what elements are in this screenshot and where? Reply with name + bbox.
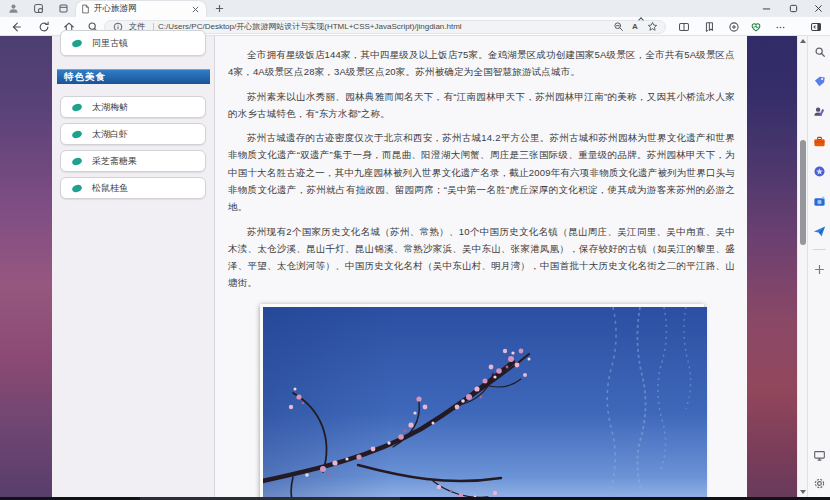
article-content: 全市拥有星级饭店144家，其中四星级及以上饭店75家。金鸡湖景区成功创建国家5A… bbox=[216, 36, 747, 497]
extensions-icon[interactable] bbox=[726, 20, 742, 34]
games-badge-icon[interactable] bbox=[812, 164, 827, 179]
edge-sidebar bbox=[807, 36, 830, 497]
article-paragraph: 苏州素来以山水秀丽、园林典雅而闻名天下，有“江南园林甲天下，苏州园林甲江南”的美… bbox=[228, 88, 735, 123]
sidebar-item-label: 采芝斋糖果 bbox=[92, 155, 137, 168]
scenery-photo bbox=[260, 304, 704, 497]
maximize-button[interactable] bbox=[781, 0, 805, 17]
sidebar-search-icon[interactable] bbox=[812, 44, 827, 59]
people-icon[interactable] bbox=[812, 104, 827, 119]
sidebar-divider bbox=[813, 249, 826, 250]
refresh-icon[interactable] bbox=[36, 20, 52, 34]
leaf-icon bbox=[71, 129, 83, 139]
sidebar-item-food-4[interactable]: 松鼠桂鱼 bbox=[60, 177, 206, 199]
web-page: 同里古镇 特色美食 太湖梅鲚 太湖白虾 采芝斋糖果 松鼠桂鱼 全市拥有星级饭店1 bbox=[0, 36, 830, 497]
close-window-button[interactable] bbox=[806, 0, 830, 17]
tab-close-icon[interactable] bbox=[190, 4, 201, 15]
leaf-icon bbox=[71, 183, 83, 193]
workspaces-icon[interactable] bbox=[31, 2, 45, 15]
image-camera-icon[interactable] bbox=[812, 194, 827, 209]
page-background-left bbox=[0, 36, 52, 497]
vertical-scrollbar[interactable] bbox=[797, 36, 807, 497]
sidebar-item-food-3[interactable]: 采芝斋糖果 bbox=[60, 150, 206, 172]
tab-strip: 开心旅游网 bbox=[0, 0, 830, 17]
new-tab-button[interactable] bbox=[212, 2, 226, 15]
collections-icon[interactable] bbox=[701, 20, 717, 34]
article-paragraph: 苏州古城遗存的古迹密度仅次于北京和西安，苏州古城14.2平方公里。苏州古城和苏州… bbox=[228, 129, 735, 215]
article-paragraph: 全市拥有星级饭店144家，其中四星级及以上饭店75家。金鸡湖景区成功创建国家5A… bbox=[228, 46, 735, 81]
minimize-button[interactable] bbox=[754, 0, 778, 17]
settings-gear-icon[interactable] bbox=[812, 476, 827, 491]
sidebar-toggle-icon[interactable] bbox=[808, 20, 824, 34]
scroll-up-arrow-icon[interactable] bbox=[800, 39, 806, 43]
browser-essentials-icon[interactable] bbox=[748, 20, 764, 34]
page-sidebar: 同里古镇 特色美食 太湖梅鲚 太湖白虾 采芝斋糖果 松鼠桂鱼 bbox=[52, 36, 215, 497]
more-options-icon[interactable] bbox=[772, 20, 788, 34]
sidebar-section-header: 特色美食 bbox=[57, 69, 210, 84]
split-screen-icon[interactable] bbox=[676, 20, 692, 34]
sidebar-item-tongli[interactable]: 同里古镇 bbox=[60, 30, 206, 56]
page-background-right bbox=[747, 36, 797, 497]
back-icon[interactable] bbox=[8, 20, 24, 34]
tab-actions-icon[interactable] bbox=[56, 2, 70, 15]
favorite-star-icon[interactable] bbox=[645, 21, 659, 33]
zoom-out-icon[interactable] bbox=[611, 21, 625, 33]
profile-icon[interactable] bbox=[6, 2, 20, 15]
browser-window: 开心旅游网 bbox=[0, 0, 830, 500]
sidebar-item-label: 太湖白虾 bbox=[92, 128, 128, 141]
scrollbar-thumb[interactable] bbox=[800, 140, 806, 245]
url-text: C:/Users/PC/Desktop/开心旅游网站设计与实现(HTML+CSS… bbox=[158, 21, 608, 32]
sidebar-item-food-2[interactable]: 太湖白虾 bbox=[60, 123, 206, 145]
tools-briefcase-icon[interactable] bbox=[812, 134, 827, 149]
leaf-icon bbox=[71, 156, 83, 166]
sidebar-item-label: 太湖梅鲚 bbox=[92, 101, 128, 114]
article-paragraph: 苏州现有2个国家历史文化名城（苏州、常熟）、10个中国历史文化名镇（昆山周庄、吴… bbox=[228, 223, 735, 292]
leaf-icon bbox=[71, 38, 83, 48]
sidebar-item-food-1[interactable]: 太湖梅鲚 bbox=[60, 96, 206, 118]
active-tab[interactable]: 开心旅游网 bbox=[76, 1, 206, 17]
leaf-icon bbox=[71, 102, 83, 112]
tab-title: 开心旅游网 bbox=[94, 3, 190, 15]
sidebar-item-label: 松鼠桂鱼 bbox=[92, 182, 128, 195]
screen-monitor-icon[interactable] bbox=[812, 448, 827, 463]
add-apps-icon[interactable] bbox=[812, 262, 827, 277]
scroll-down-arrow-icon[interactable] bbox=[800, 490, 806, 494]
sidebar-item-label: 同里古镇 bbox=[92, 37, 128, 50]
shopping-tag-icon[interactable] bbox=[812, 74, 827, 89]
page-favicon bbox=[81, 4, 90, 14]
drop-paper-plane-icon[interactable] bbox=[812, 224, 827, 239]
read-aloud-icon[interactable]: A bbox=[628, 21, 642, 33]
